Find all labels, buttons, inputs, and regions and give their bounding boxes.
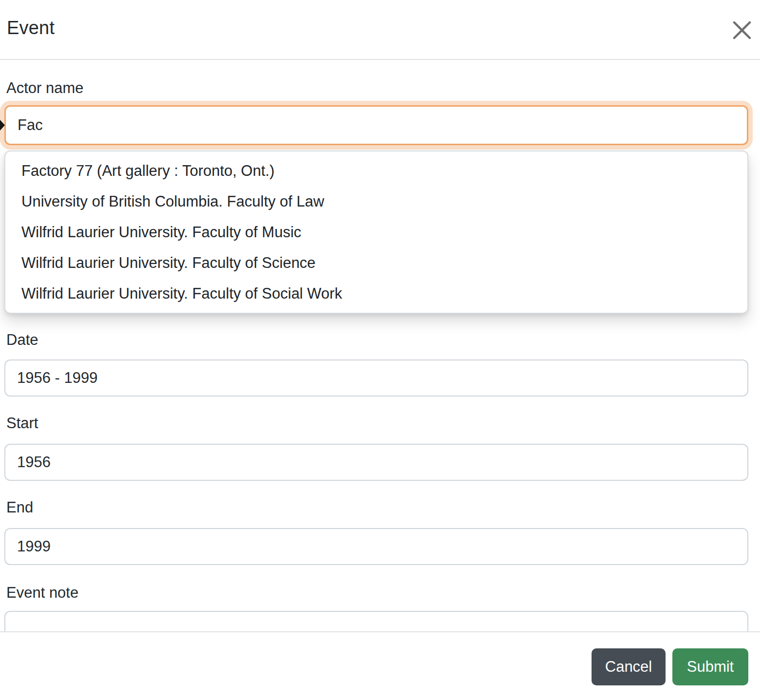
end-input[interactable] <box>4 528 748 565</box>
event-note-clip-region <box>0 611 760 632</box>
modal-title: Event <box>7 18 55 38</box>
event-note-input[interactable] <box>4 611 748 632</box>
close-icon <box>732 20 752 40</box>
event-note-label: Event note <box>6 584 78 602</box>
autocomplete-item[interactable]: Factory 77 (Art gallery : Toronto, Ont.) <box>5 155 747 186</box>
footer-divider <box>0 631 760 632</box>
autocomplete-item[interactable]: Wilfrid Laurier University. Faculty of M… <box>5 217 747 247</box>
mouse-cursor-artifact <box>0 120 5 131</box>
autocomplete-item[interactable]: Wilfrid Laurier University. Faculty of S… <box>5 247 747 278</box>
end-label: End <box>6 499 33 516</box>
actor-name-input[interactable] <box>4 105 748 145</box>
start-label: Start <box>6 415 38 432</box>
header-divider <box>0 59 760 60</box>
start-input[interactable] <box>4 444 748 481</box>
autocomplete-dropdown: Factory 77 (Art gallery : Toronto, Ont.)… <box>4 151 748 314</box>
cancel-button[interactable]: Cancel <box>592 648 666 685</box>
date-label: Date <box>6 331 38 349</box>
autocomplete-item[interactable]: Wilfrid Laurier University. Faculty of S… <box>5 278 747 309</box>
autocomplete-item[interactable]: University of British Columbia. Faculty … <box>5 186 747 217</box>
close-button[interactable] <box>727 16 757 45</box>
submit-button[interactable]: Submit <box>672 648 748 685</box>
actor-name-label: Actor name <box>6 79 84 97</box>
date-input[interactable] <box>4 359 748 397</box>
